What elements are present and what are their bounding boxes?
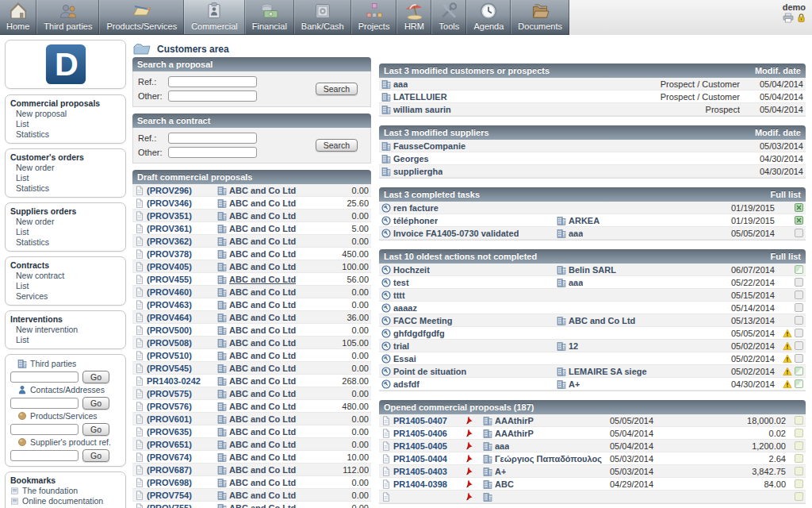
company-link[interactable]: ABC and Co Ltd xyxy=(569,316,635,325)
proposal-ref-link[interactable]: (PROV687) xyxy=(147,465,192,475)
proposal-ref-link[interactable]: (PROV545) xyxy=(147,364,192,373)
company-link[interactable]: aaa xyxy=(495,441,509,451)
menu-title[interactable]: Commercial proposals xyxy=(10,98,121,109)
company-link[interactable]: ABC and Co Ltd xyxy=(229,287,296,297)
search-a-contract-button[interactable]: Search xyxy=(316,139,358,152)
search-a-contract-other-input[interactable] xyxy=(168,147,257,158)
company-link[interactable]: ABC and Co Ltd xyxy=(229,262,296,271)
menu-item-customer-s-orders-statistics[interactable]: Statistics xyxy=(10,183,121,194)
company-link[interactable]: suppliergha xyxy=(393,167,442,176)
menu-item-commercial-proposals-new-proposal[interactable]: New proposal xyxy=(10,109,121,119)
supplier-s-product-ref-search-input[interactable] xyxy=(10,450,79,461)
proposal-ref-link[interactable]: PR1405-0403 xyxy=(393,467,447,476)
task-link[interactable]: Invoice FA1405-0730 validated xyxy=(393,229,519,238)
company-link[interactable]: ABC and Co Ltd xyxy=(229,198,296,208)
task-link[interactable]: Point de situation xyxy=(393,367,466,376)
company-link[interactable]: ABC and Co Ltd xyxy=(229,389,296,398)
proposal-ref-link[interactable]: PR1403-0242 xyxy=(147,376,201,386)
menu-item-contracts-services[interactable]: Services xyxy=(10,291,121,302)
company-link[interactable]: ABC and Co Ltd xyxy=(229,300,296,310)
menu-title[interactable]: Suppliers orders xyxy=(10,206,121,217)
proposal-ref-link[interactable]: PR1405-0407 xyxy=(393,416,447,425)
company-link[interactable]: ABC and Co Ltd xyxy=(229,313,296,322)
search-a-contract-ref-input[interactable] xyxy=(168,133,257,144)
logout-lock-icon[interactable] xyxy=(797,13,806,23)
company-link[interactable]: ABC and Co Ltd xyxy=(229,211,296,221)
proposal-ref-link[interactable]: (PROV576) xyxy=(147,402,192,411)
company-link[interactable]: ARKEA xyxy=(569,216,599,225)
menu-item-interventions-new-intervention[interactable]: New intervention xyxy=(10,325,121,335)
company-link[interactable]: ABC and Co Ltd xyxy=(229,224,296,233)
company-link[interactable]: ABC and Co Ltd xyxy=(229,351,296,360)
nav-tab-home[interactable]: Home xyxy=(0,0,36,34)
menu-item-interventions-list[interactable]: List xyxy=(10,335,121,345)
company-link[interactable]: ABC and Co Ltd xyxy=(229,237,296,246)
proposal-ref-link[interactable]: (PROV651) xyxy=(147,440,192,449)
company-link[interactable]: Belin SARL xyxy=(569,265,616,275)
proposal-ref-link[interactable]: (PROV463) xyxy=(147,300,192,310)
proposal-ref-link[interactable]: (PROV510) xyxy=(147,351,192,360)
company-link[interactable]: ABC and Co Ltd xyxy=(229,427,296,437)
task-link[interactable]: aaaaz xyxy=(393,303,417,313)
task-link[interactable]: téléphoner xyxy=(393,216,438,225)
proposal-ref-link[interactable]: (PROV674) xyxy=(147,452,192,462)
proposal-ref-link[interactable]: (PROV575) xyxy=(147,389,192,398)
company-link[interactable]: ABC and Co Ltd xyxy=(229,452,296,462)
logo-box[interactable]: D xyxy=(5,40,126,89)
menu-title[interactable]: Contracts xyxy=(10,260,121,271)
task-link[interactable]: ghfdgdfgdfg xyxy=(393,329,445,338)
quick-search-label-supplier-s-product-ref[interactable]: Supplier's product ref. xyxy=(10,437,121,448)
company-link[interactable]: aaa xyxy=(393,79,408,89)
nav-tab-commercial[interactable]: Commercial xyxy=(184,0,245,34)
company-link[interactable]: ABC and Co Ltd xyxy=(229,414,296,424)
bookmark-online-documentation[interactable]: Online documentation xyxy=(10,496,121,506)
nav-tab-hrm[interactable]: HRM xyxy=(396,0,431,34)
proposal-ref-link[interactable]: (PROV346) xyxy=(147,198,192,208)
company-link[interactable]: ABC and Co Ltd xyxy=(229,186,296,195)
task-link[interactable]: tttt xyxy=(393,291,405,300)
menu-title[interactable]: Customer's orders xyxy=(10,152,121,163)
proposal-ref-link[interactable]: (PROV405) xyxy=(147,262,192,271)
third-parties-search-input[interactable] xyxy=(10,371,79,383)
task-link[interactable]: ren facture xyxy=(393,203,439,213)
quick-search-label-contacts-addresses[interactable]: Contacts/Addresses xyxy=(10,384,121,395)
proposal-ref-link[interactable]: PR1405-0406 xyxy=(393,429,447,438)
company-link[interactable]: ABC and Co Ltd xyxy=(229,465,296,475)
bookmark-the-foundation[interactable]: The foundation xyxy=(10,486,121,496)
company-link[interactable]: william saurin xyxy=(393,105,451,114)
task-link[interactable]: test xyxy=(393,278,409,287)
proposal-ref-link[interactable]: (PROV361) xyxy=(147,224,192,233)
company-link[interactable]: FausseCompanie xyxy=(393,141,465,151)
proposal-ref-link[interactable]: (PROV378) xyxy=(147,249,192,259)
nav-tab-agenda[interactable]: Agenda xyxy=(466,0,511,34)
company-link[interactable]: Georges xyxy=(393,154,429,164)
company-link[interactable]: ABC and Co Ltd xyxy=(229,503,296,508)
nav-tab-projects[interactable]: Projects xyxy=(351,0,397,34)
quick-search-label-third-parties[interactable]: Third parties xyxy=(10,358,121,369)
menu-item-customer-s-orders-list[interactable]: List xyxy=(10,173,121,183)
menu-title[interactable]: Interventions xyxy=(10,314,121,325)
search-a-proposal-ref-input[interactable] xyxy=(168,76,257,87)
company-link[interactable]: 12 xyxy=(569,341,578,351)
proposal-ref-link[interactable]: (PROV755) xyxy=(147,503,192,508)
company-link[interactable]: AAAthirP xyxy=(495,416,534,425)
company-link[interactable]: ABC and Co Ltd xyxy=(229,249,296,259)
company-link[interactable]: ABC and Co Ltd xyxy=(229,402,296,411)
nav-tab-documents[interactable]: Documents xyxy=(511,0,569,34)
print-icon[interactable] xyxy=(783,13,794,23)
proposal-ref-link[interactable]: (PROV698) xyxy=(147,478,192,487)
proposal-ref-link[interactable]: (PROV500) xyxy=(147,325,192,335)
supplier-s-product-ref-go-button[interactable]: Go xyxy=(82,449,109,462)
task-link[interactable]: Essai xyxy=(393,354,416,364)
proposal-ref-link[interactable]: (PROV455) xyxy=(147,275,192,284)
company-link[interactable]: ABC and Co Ltd xyxy=(229,364,296,373)
nav-tab-tools[interactable]: Tools xyxy=(431,0,466,34)
task-link[interactable]: FACC Meeting xyxy=(393,316,453,325)
company-link[interactable]: AAAthirP xyxy=(495,429,534,438)
company-link[interactable]: ABC and Co Ltd xyxy=(229,376,296,386)
user-name[interactable]: demo xyxy=(783,2,806,12)
proposal-ref-link[interactable]: PR1405-0405 xyxy=(393,441,447,451)
company-link[interactable]: LATELLUIER xyxy=(393,92,447,102)
company-link[interactable]: ABC xyxy=(495,479,514,489)
proposal-ref-link[interactable]: PR1404-0398 xyxy=(393,479,447,489)
